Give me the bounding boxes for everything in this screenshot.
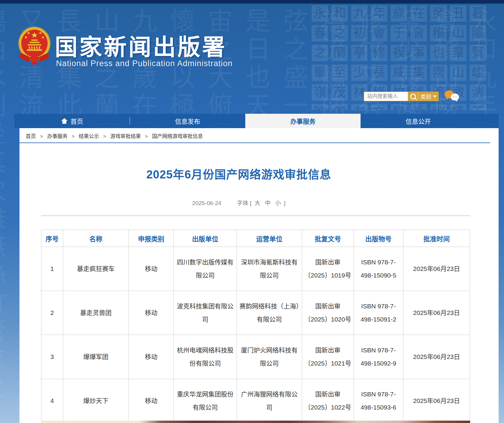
breadcrumb-item-services[interactable]: 办事服务 xyxy=(47,134,67,139)
table-row: 2 暴走灵兽团 移动 波克科技集团有限公司 赛韵网络科技（上海）有限公司 国新出… xyxy=(41,291,470,335)
seal-tile: 羣 xyxy=(450,45,467,61)
nav-tab-home[interactable]: 首页 xyxy=(14,114,130,128)
seal-tile: 九 xyxy=(351,5,368,22)
search-gold-bar: 类别 xyxy=(408,92,439,101)
breadcrumb: 首页 > 办事服务 > 结果公示 > 游戏审批结果 > 国产网络游戏审批信息 xyxy=(19,128,490,143)
table-cell: 波克科技集团有限公司 xyxy=(174,291,237,335)
seal-tile: 陰 xyxy=(470,25,486,42)
chevron-down-icon xyxy=(433,95,437,98)
national-emblem-logo xyxy=(16,25,53,66)
seal-tile: 帶 xyxy=(331,104,348,110)
seal-tile: 映 xyxy=(311,104,328,110)
table-header-row: 序号 名称 申报类别 出版单位 运营单位 批复文号 出版物号 批准时间 xyxy=(41,230,470,247)
search-divider xyxy=(418,93,418,100)
breadcrumb-item-home[interactable]: 首页 xyxy=(26,134,36,139)
seal-tile: 咸 xyxy=(391,64,407,81)
breadcrumb-separator: > xyxy=(72,134,75,139)
partial-image-strip xyxy=(41,421,470,423)
table-cell: 国新出审〔2025〕1019号 xyxy=(302,247,354,291)
seal-tile: 長 xyxy=(371,64,388,81)
table-cell: 2025年06月23日 xyxy=(403,291,470,335)
nav-tab-info-release[interactable]: 信息发布 xyxy=(130,114,245,128)
nav-tab-label: 信息公开 xyxy=(406,116,431,125)
col-name: 名称 xyxy=(63,230,129,247)
table-cell: 国新出审〔2025〕1021号 xyxy=(302,335,354,379)
publish-date: 2025-06-24 xyxy=(192,200,221,206)
seal-tile: 和 xyxy=(331,5,348,22)
font-size-medium[interactable]: 中 xyxy=(265,200,271,206)
table-cell: 移动 xyxy=(129,247,174,291)
nav-tab-info-disclosure[interactable]: 信息公开 xyxy=(361,114,476,128)
main-nav: 首页 信息发布 办事服务 信息公开 xyxy=(14,114,499,128)
nav-tab-label: 信息发布 xyxy=(175,116,200,125)
nav-tab-label: 首页 xyxy=(71,116,83,125)
category-label: 类别 xyxy=(420,93,431,100)
table-cell: 杭州电魂网络科技股份有限公司 xyxy=(174,335,237,379)
bracket-close: ] xyxy=(284,200,285,206)
seal-tile: 情 xyxy=(450,104,467,110)
col-publisher: 出版单位 xyxy=(174,230,237,247)
nav-tab-services[interactable]: 办事服务 xyxy=(245,114,361,128)
home-icon xyxy=(61,118,68,124)
top-bar xyxy=(0,0,504,4)
seal-tile: 修 xyxy=(371,45,388,61)
table-cell: 暴走疯狂赛车 xyxy=(63,247,129,291)
table-cell: 国新出审〔2025〕1022号 xyxy=(302,379,354,423)
seal-tile: 歲 xyxy=(391,5,407,22)
seal-tile: 永 xyxy=(311,5,328,22)
table-cell: ISBN 978-7-498-15091-2 xyxy=(354,291,403,335)
seal-tile: 于 xyxy=(391,25,407,42)
wechat-bubble-white xyxy=(451,93,459,101)
table-row: 1 暴走疯狂赛车 移动 四川数字出版传媒有限公司 深圳市海氪斯科技有限公司 国新… xyxy=(41,247,470,291)
page-title: 2025年6月份国产网络游戏审批信息 xyxy=(19,165,458,182)
breadcrumb-item-current[interactable]: 国产网络游戏审批信息 xyxy=(152,134,203,139)
table-cell: 重庆华龙网集团股份有限公司 xyxy=(174,379,237,423)
content-panel: 首页 > 办事服务 > 结果公示 > 游戏审批结果 > 国产网络游戏审批信息 2… xyxy=(19,128,499,423)
seal-tile: 少 xyxy=(351,64,368,81)
table-cell: ISBN 978-7-498-15090-5 xyxy=(354,247,403,291)
seal-tile: 湍 xyxy=(470,84,486,101)
seal-tile: 左 xyxy=(351,104,368,110)
col-operator: 运营单位 xyxy=(237,230,302,247)
seal-tile: 初 xyxy=(351,25,368,42)
bracket-open: [ xyxy=(250,200,252,206)
table-cell: 广州海狸网络有限公司 xyxy=(237,379,302,423)
wechat-icon[interactable] xyxy=(445,90,460,102)
search-icon[interactable] xyxy=(410,94,416,99)
table-cell: 3 xyxy=(41,335,63,379)
table-cell: 2025年06月23日 xyxy=(403,335,470,379)
wechat-eye xyxy=(453,96,454,97)
font-size-small[interactable]: 小 xyxy=(275,200,281,206)
table-cell: 1 xyxy=(41,247,63,291)
seal-tile: 丑 xyxy=(450,5,467,22)
table-cell: 移动 xyxy=(129,291,174,335)
seal-tile: 會 xyxy=(410,25,427,42)
table-cell: 四川数字出版传媒有限公司 xyxy=(174,247,237,291)
seal-tile: 山 xyxy=(450,25,467,42)
table-cell: 2 xyxy=(41,291,63,335)
article-meta: 2025-06-24 字体 [ 大 中 小 ] xyxy=(19,198,458,207)
font-size-label: 字体 xyxy=(237,200,248,206)
table-cell: ISBN 978-7-498-15092-9 xyxy=(354,335,403,379)
table-cell: 赛韵网络科技（上海）有限公司 xyxy=(237,291,302,335)
table-cell: ISBN 978-7-498-15093-6 xyxy=(354,379,403,423)
seal-tile: 春 xyxy=(311,25,328,42)
category-dropdown[interactable]: 类别 xyxy=(420,93,437,100)
table-row: 3 爆爆军团 移动 杭州电魂网络科技股份有限公司 厦门炉火网络科技有限公司 国新… xyxy=(41,335,470,379)
breadcrumb-item-results[interactable]: 结果公示 xyxy=(79,134,99,139)
breadcrumb-item-game-approval[interactable]: 游戏审批结果 xyxy=(110,134,141,139)
nav-tab-label: 办事服务 xyxy=(290,116,316,125)
wechat-eye xyxy=(455,96,456,97)
seal-tile: 茂 xyxy=(331,84,348,101)
page: 永和九年歲在癸丑暮春之初會于會稽山陰之蘭亭修禊事也羣賢畢至少長咸集此地有崇山峻嶺… xyxy=(0,0,504,423)
seal-tile: 右 xyxy=(371,104,388,110)
table-cell: 移动 xyxy=(129,379,174,423)
font-size-large[interactable]: 大 xyxy=(255,200,260,206)
seal-tile: 峻 xyxy=(470,64,486,81)
search-input[interactable] xyxy=(364,92,408,101)
table-cell: 国新出审〔2025〕1020号 xyxy=(302,291,354,335)
seal-tile: 詠 xyxy=(410,104,427,110)
approval-table: 序号 名称 申报类别 出版单位 运营单位 批复文号 出版物号 批准时间 1 暴走… xyxy=(41,230,470,423)
col-approval-date: 批准时间 xyxy=(403,230,470,247)
table-cell: 爆炒天下 xyxy=(63,379,129,423)
